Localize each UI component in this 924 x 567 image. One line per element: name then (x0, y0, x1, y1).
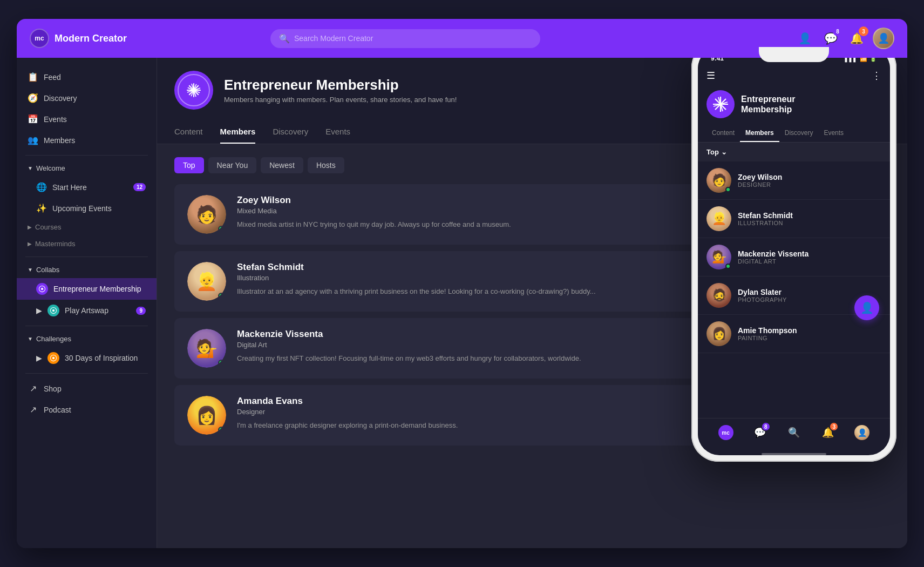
phone-home-indicator (762, 453, 826, 455)
fab-person-icon: 👤 (860, 301, 874, 314)
people-icon: 👤 (798, 32, 812, 45)
sidebar-item-entrepreneur[interactable]: Entrepreneur Membership (17, 278, 157, 300)
brand-name: Modern Creator (55, 33, 127, 44)
sidebar-item-start-here[interactable]: 🌐 Start Here 12 (17, 177, 157, 198)
phone-tab-members[interactable]: Members (740, 125, 779, 142)
sidebar-item-artswap[interactable]: ▶ Play Artswap 9 (17, 300, 157, 321)
sidebar-item-members[interactable]: 👥 Members (17, 130, 157, 151)
phone-tab-discovery[interactable]: Discovery (779, 125, 819, 142)
phone-avatar-zoey: 🧑 (706, 168, 731, 193)
phone-filter-label[interactable]: Top ⌄ (706, 148, 727, 156)
hamburger-icon[interactable]: ☰ (706, 70, 715, 82)
sidebar-item-podcast[interactable]: ↗ Podcast (17, 399, 157, 420)
phone-bottom-search[interactable]: 🔍 (785, 424, 803, 441)
entrepreneur-icon (36, 283, 48, 295)
phone-member-info-amie: Amie Thompson PAINTING (738, 326, 797, 341)
notification-btn-1[interactable]: 💬 8 (821, 29, 840, 48)
phone-bottom-bar: mc 💬 8 🔍 🔔 3 👤 (698, 418, 890, 450)
sidebar-divider-3 (25, 326, 148, 326)
phone-member-item-amie[interactable]: 👩 Amie Thompson PAINTING 👤 (698, 315, 890, 353)
sidebar-item-discovery[interactable]: 🧭 Discovery (17, 87, 157, 109)
phone-tab-content[interactable]: Content (706, 125, 740, 142)
discovery-icon: 🧭 (28, 93, 38, 103)
phone-bottom-user-icon: 👤 (854, 425, 869, 440)
sidebar-item-shop[interactable]: ↗ Shop (17, 378, 157, 399)
user-avatar-icon: 👤 (878, 32, 889, 44)
sparkle-icon: ✨ (36, 203, 47, 213)
filter-near-you[interactable]: Near You (208, 157, 257, 173)
globe-icon: 🌐 (36, 182, 47, 192)
more-options-icon[interactable]: ⋮ (872, 70, 881, 82)
online-dot-amanda (218, 427, 225, 433)
nav-actions: 👤 💬 8 🔔 3 👤 (795, 28, 894, 49)
sidebar-item-upcoming-events[interactable]: ✨ Upcoming Events (17, 198, 157, 219)
member-avatar-amanda: 👩 (187, 396, 226, 435)
phone-member-item-stefan[interactable]: 👱 Stefan Schmidt ILLUSTRATION (698, 200, 890, 238)
phone-avatar-dylan: 🧔 (706, 283, 731, 308)
sidebar-section-masterminds[interactable]: ▶ Masterminds (17, 235, 157, 252)
tab-events[interactable]: Events (325, 120, 350, 144)
arrow-right-2-icon: ▶ (28, 241, 32, 247)
search-icon: 🔍 (279, 33, 290, 44)
people-icon-btn[interactable]: 👤 (795, 29, 814, 48)
phone-top-bar: ☰ ⋮ (698, 65, 890, 86)
artswap-icon (47, 305, 59, 316)
expand-icon: ▶ (36, 306, 42, 315)
brand: mc Modern Creator (30, 29, 138, 48)
phone-bottom-logo: mc (718, 425, 733, 440)
phone-member-info-zoey: Zoey Wilson DESIGNER (738, 173, 782, 188)
phone-member-info-stefan: Stefan Schmidt ILLUSTRATION (738, 211, 793, 226)
sidebar-section-collabs[interactable]: ▼ Collabs (17, 261, 157, 278)
svg-point-1 (41, 288, 43, 290)
online-dot-zoey (218, 226, 225, 232)
sidebar: 📋 Feed 🧭 Discovery 📅 Events 👥 Members ▼ … (17, 58, 157, 548)
phone-search-icon: 🔍 (788, 427, 800, 438)
sidebar-item-feed[interactable]: 📋 Feed (17, 66, 157, 87)
starburst-icon (185, 82, 202, 99)
phone-member-item-zoey[interactable]: 🧑 Zoey Wilson DESIGNER (698, 161, 890, 200)
phone-av-img-stefan: 👱 (706, 206, 731, 231)
events-icon: 📅 (28, 114, 38, 124)
phone-community-header: Entrepreneur Membership (698, 86, 890, 125)
notification-btn-2[interactable]: 🔔 3 (847, 29, 866, 48)
phone-member-item-mackenzie[interactable]: 💁 Mackenzie Vissenta DIGITAL ART (698, 238, 890, 276)
sidebar-item-events[interactable]: 📅 Events (17, 109, 157, 130)
phone-screen: 9:41 ▌▌▌ 📶 🔋 ☰ ⋮ (698, 47, 890, 455)
arrow-right-icon: ▶ (28, 224, 32, 230)
svg-point-3 (52, 309, 55, 312)
member-avatar-zoey: 🧑 (187, 195, 226, 234)
sidebar-section-courses[interactable]: ▶ Courses (17, 219, 157, 235)
phone-tab-events[interactable]: Events (818, 125, 849, 142)
app-container: mc Modern Creator 🔍 👤 💬 8 🔔 3 👤 (17, 19, 907, 548)
sidebar-item-30days[interactable]: ▶ 30 Days of Inspiration (17, 347, 157, 369)
sidebar-section-welcome[interactable]: ▼ Welcome (17, 160, 157, 177)
phone-members-list: 🧑 Zoey Wilson DESIGNER 👱 (698, 161, 890, 418)
phone-fab-btn[interactable]: 👤 (854, 295, 879, 320)
tab-discovery[interactable]: Discovery (273, 120, 308, 144)
phone-community-logo (706, 90, 735, 118)
phone-av-img-dylan: 🧔 (706, 283, 731, 308)
phone-avatar-mackenzie: 💁 (706, 245, 731, 269)
arrow-icon: ▼ (28, 165, 33, 171)
chevron-icon: ⌄ (721, 148, 727, 156)
phone-home-logo[interactable]: mc (717, 424, 735, 441)
filter-hosts[interactable]: Hosts (308, 157, 344, 173)
tab-members[interactable]: Members (220, 120, 256, 144)
search-input[interactable] (294, 34, 532, 43)
filter-top[interactable]: Top (174, 157, 204, 173)
arrow-down-2-icon: ▼ (28, 336, 33, 342)
phone-community-name-text: Entrepreneur Membership (741, 94, 795, 114)
community-logo-inner (178, 74, 210, 106)
sidebar-divider-1 (25, 155, 148, 156)
phone-bottom-bell[interactable]: 🔔 3 (819, 424, 837, 441)
phone-member-info-mackenzie: Mackenzie Vissenta DIGITAL ART (738, 249, 808, 265)
phone-frame: 9:41 ▌▌▌ 📶 🔋 ☰ ⋮ (691, 40, 896, 462)
tab-content[interactable]: Content (174, 120, 203, 144)
community-logo (174, 71, 213, 110)
phone-bottom-chat[interactable]: 💬 8 (751, 424, 769, 441)
phone-bottom-avatar[interactable]: 👤 (853, 424, 871, 441)
user-avatar-btn[interactable]: 👤 (873, 28, 894, 49)
sidebar-section-challenges[interactable]: ▼ Challenges (17, 330, 157, 347)
filter-newest[interactable]: Newest (261, 157, 303, 173)
search-bar[interactable]: 🔍 (270, 29, 540, 48)
